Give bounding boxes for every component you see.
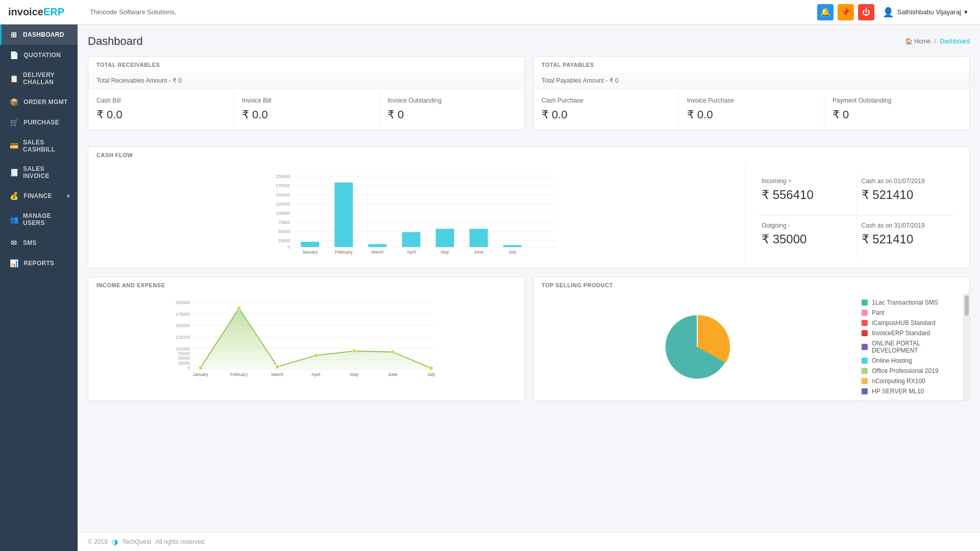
income-expense-card: Income and Expense 200000 175000 150000 … xyxy=(88,277,525,401)
sidebar-item-dashboard[interactable]: ⊞ DASHBOARD xyxy=(0,24,78,45)
footer-rights: All rights reserved. xyxy=(155,538,206,545)
invoice-purchase-box: Invoice Purchase ₹ 0.0 xyxy=(679,89,824,130)
outgoing-value: ₹ 35000 xyxy=(762,232,853,246)
svg-text:March: March xyxy=(272,372,284,377)
legend-label-pant: Pant xyxy=(872,309,885,316)
payables-metrics: Cash Purchase ₹ 0.0 Invoice Purchase ₹ 0… xyxy=(533,89,969,130)
svg-text:175000: 175000 xyxy=(176,312,190,317)
user-menu[interactable]: 👤 Sathishbabu Vijayaraj ▾ xyxy=(878,5,972,20)
footer: © 2019 ◑ TechQuest All rights reserved. xyxy=(78,532,980,551)
logo-accent: ERP xyxy=(43,6,64,17)
main-content: Dashboard 🏠 Home / Dashboard Total Recei… xyxy=(78,24,980,532)
svg-text:150000: 150000 xyxy=(276,192,290,197)
reports-icon: 📊 xyxy=(10,259,18,267)
invoice-bill-value: ₹ 0.0 xyxy=(242,108,371,121)
legend-label-office-pro: Office Professional 2019 xyxy=(872,367,939,374)
pie-container xyxy=(533,293,861,400)
payables-card: Total Payables Total Payables Amount - ₹… xyxy=(533,56,970,130)
cashflow-stats: Incoming + ₹ 556410 Cash as on 01/07/201… xyxy=(745,163,969,268)
pin-button[interactable]: 📌 xyxy=(838,4,854,20)
bar-july xyxy=(503,245,522,247)
sidebar-item-purchase[interactable]: 🛒 PURCHASE xyxy=(0,112,78,133)
invoice-outstanding-box: Invoice Outstanding ₹ 0 xyxy=(379,89,524,130)
cash-purchase-box: Cash Purchase ₹ 0.0 xyxy=(533,89,679,130)
header-icons: 🔔 📌 ⏻ 👤 Sathishbabu Vijayaraj ▾ xyxy=(817,4,972,20)
top-selling-pie-chart xyxy=(656,306,738,388)
breadcrumb-home[interactable]: Home xyxy=(914,38,930,45)
bar-march xyxy=(369,244,387,247)
sidebar-item-order-mgmt[interactable]: 📦 ORDER MGMT xyxy=(0,92,78,112)
sidebar-item-sales-invoice[interactable]: 🧾 SALES INVOICE xyxy=(0,159,78,186)
svg-text:April: April xyxy=(407,249,415,255)
sidebar-label-delivery: DELIVERY CHALLAN xyxy=(23,71,69,86)
payables-summary: Total Payables Amount - ₹ 0 xyxy=(533,73,969,89)
sidebar-item-quotation[interactable]: 📄 QUOTATION xyxy=(0,45,78,65)
logo: invoiceERP xyxy=(8,6,80,18)
svg-text:0: 0 xyxy=(188,365,190,370)
sms-icon: ✉ xyxy=(10,239,18,247)
dot-mar-income xyxy=(276,365,280,369)
svg-text:January: January xyxy=(193,372,209,377)
svg-text:125000: 125000 xyxy=(176,335,190,340)
legend-label-online-hosting: Online Hosting xyxy=(872,357,912,364)
top-header: invoiceERP Thincode Software Solutions, … xyxy=(0,0,980,24)
sidebar-item-finance[interactable]: 💰 FINANCE ▾ xyxy=(0,186,78,206)
cash-purchase-value: ₹ 0.0 xyxy=(542,108,670,121)
legend-item-1lac: 1Lac Transactional SMS xyxy=(862,297,959,308)
payables-title: Total Payables xyxy=(533,57,969,73)
sidebar-item-manage-users[interactable]: 👥 MANAGE USERS xyxy=(0,206,78,233)
svg-text:June: June xyxy=(474,249,484,255)
bar-april xyxy=(402,232,421,247)
svg-text:July: July xyxy=(508,249,517,255)
legend-label-icampushub: iCampusHUB Standard xyxy=(872,319,936,327)
top-selling-legend: 1Lac Transactional SMS Pant iCampusHUB S… xyxy=(861,293,963,400)
sidebar-item-reports[interactable]: 📊 REPORTS xyxy=(0,253,78,273)
outgoing-block: Outgoing - ₹ 35000 xyxy=(757,216,857,260)
username: Sathishbabu Vijayaraj xyxy=(897,8,961,16)
outgoing-label: Outgoing - xyxy=(762,222,853,229)
svg-text:25000: 25000 xyxy=(278,238,290,243)
scrollbar[interactable] xyxy=(963,293,969,400)
breadcrumb-current: Dashboard xyxy=(940,38,970,45)
svg-text:February: February xyxy=(230,372,248,377)
user-icon: 👤 xyxy=(883,7,894,18)
income-expense-title: Income and Expense xyxy=(88,277,524,293)
page-header: Dashboard 🏠 Home / Dashboard xyxy=(88,35,970,48)
sidebar-label-dashboard: DASHBOARD xyxy=(23,31,64,38)
svg-text:April: April xyxy=(311,372,320,377)
purchase-icon: 🛒 xyxy=(10,118,18,127)
legend-item-hp-server: HP SERVER ML10 xyxy=(862,386,959,396)
bar-january xyxy=(301,242,319,247)
dot-jan-income xyxy=(199,366,203,370)
legend-label-online-portal: ONLINE PORTAL DEVELOPMENT xyxy=(872,340,959,354)
sidebar-item-delivery-challan[interactable]: 📋 DELIVERY CHALLAN xyxy=(0,65,78,92)
sidebar-label-purchase: PURCHASE xyxy=(23,119,59,126)
sidebar-item-sms[interactable]: ✉ SMS xyxy=(0,233,78,253)
svg-text:January: January xyxy=(302,249,318,255)
legend-label-1lac: 1Lac Transactional SMS xyxy=(872,299,938,306)
legend-dot-pant xyxy=(862,310,868,316)
power-button[interactable]: ⏻ xyxy=(858,4,874,20)
cash-on-01-label: Cash as on 01/07/2019 xyxy=(862,178,953,185)
svg-text:May: May xyxy=(350,372,359,377)
payment-outstanding-label: Payment Outstanding xyxy=(832,97,961,104)
finance-arrow-icon: ▾ xyxy=(67,193,69,199)
sidebar-label-invoice: SALES INVOICE xyxy=(23,165,69,180)
dot-jun-income xyxy=(391,350,395,354)
bar-february xyxy=(334,183,353,247)
cash-on-31-block: Cash as on 31/07/2019 ₹ 521410 xyxy=(857,216,958,260)
legend-dot-icampushub xyxy=(862,320,868,326)
svg-text:July: July xyxy=(427,372,435,377)
cashflow-inner: 200000 175000 150000 125000 100000 75000… xyxy=(88,163,969,268)
dot-jul-income xyxy=(429,366,433,370)
bell-button[interactable]: 🔔 xyxy=(817,4,834,20)
invoice-icon: 🧾 xyxy=(10,168,18,177)
incoming-label: Incoming + xyxy=(762,178,853,185)
sidebar-item-sales-cashbill[interactable]: 💳 SALES CASHBILL xyxy=(0,133,78,159)
incoming-block: Incoming + ₹ 556410 xyxy=(757,171,857,216)
dot-may-income xyxy=(352,349,356,353)
svg-text:June: June xyxy=(388,372,398,377)
svg-text:50000: 50000 xyxy=(278,229,290,234)
receivables-title: Total Receivables xyxy=(88,57,524,73)
scrollbar-thumb[interactable] xyxy=(965,295,969,316)
